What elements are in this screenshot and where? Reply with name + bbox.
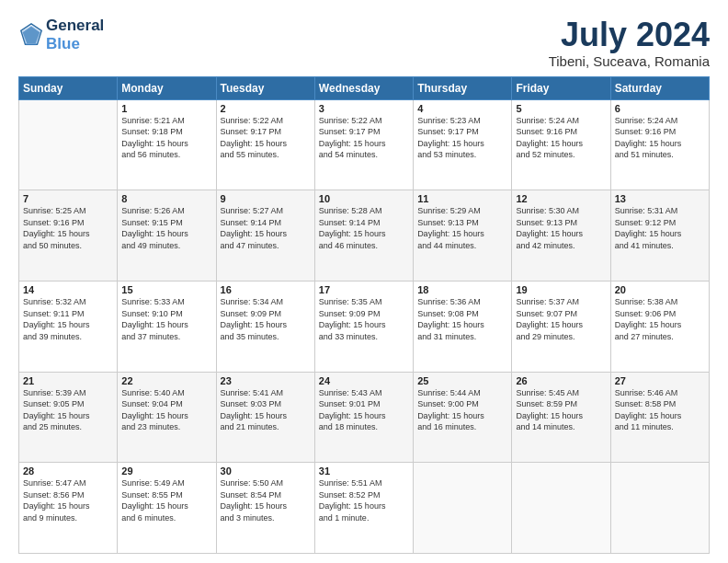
main-title: July 2024 (549, 17, 710, 53)
calendar-cell (414, 463, 512, 554)
calendar-cell: 24Sunrise: 5:43 AM Sunset: 9:01 PM Dayli… (314, 372, 413, 463)
calendar-cell: 19Sunrise: 5:37 AM Sunset: 9:07 PM Dayli… (512, 281, 610, 372)
day-number: 31 (319, 465, 409, 477)
day-number: 11 (417, 193, 507, 204)
day-info: Sunrise: 5:39 AM Sunset: 9:05 PM Dayligh… (23, 387, 113, 433)
calendar-cell: 11Sunrise: 5:29 AM Sunset: 9:13 PM Dayli… (414, 190, 512, 282)
calendar-cell: 10Sunrise: 5:28 AM Sunset: 9:14 PM Dayli… (314, 190, 413, 282)
calendar-header-sunday: Sunday (19, 76, 118, 99)
day-number: 27 (615, 375, 705, 386)
calendar-cell (19, 99, 118, 190)
day-info: Sunrise: 5:45 AM Sunset: 8:59 PM Dayligh… (516, 387, 606, 433)
day-number: 13 (615, 193, 705, 204)
day-number: 1 (121, 103, 211, 114)
day-number: 22 (121, 375, 211, 386)
day-info: Sunrise: 5:43 AM Sunset: 9:01 PM Dayligh… (319, 387, 409, 433)
day-number: 15 (121, 284, 211, 295)
calendar-cell: 12Sunrise: 5:30 AM Sunset: 9:13 PM Dayli… (512, 190, 610, 282)
calendar-cell: 31Sunrise: 5:51 AM Sunset: 8:52 PM Dayli… (314, 463, 413, 554)
day-number: 6 (615, 103, 705, 114)
calendar-week-row-5: 28Sunrise: 5:47 AM Sunset: 8:56 PM Dayli… (19, 463, 710, 554)
day-info: Sunrise: 5:31 AM Sunset: 9:12 PM Dayligh… (615, 205, 705, 251)
page: General Blue July 2024 Tibeni, Suceava, … (0, 0, 728, 563)
calendar-header-monday: Monday (118, 76, 216, 99)
calendar-week-row-4: 21Sunrise: 5:39 AM Sunset: 9:05 PM Dayli… (19, 372, 710, 463)
day-info: Sunrise: 5:32 AM Sunset: 9:11 PM Dayligh… (23, 296, 113, 342)
day-number: 30 (221, 465, 311, 477)
calendar-header-friday: Friday (512, 76, 610, 99)
calendar-cell: 3Sunrise: 5:22 AM Sunset: 9:17 PM Daylig… (314, 99, 413, 190)
day-info: Sunrise: 5:34 AM Sunset: 9:09 PM Dayligh… (221, 296, 311, 342)
header: General Blue July 2024 Tibeni, Suceava, … (18, 17, 710, 69)
day-info: Sunrise: 5:24 AM Sunset: 9:16 PM Dayligh… (516, 115, 606, 161)
calendar-cell: 4Sunrise: 5:23 AM Sunset: 9:17 PM Daylig… (414, 99, 512, 190)
calendar-cell: 20Sunrise: 5:38 AM Sunset: 9:06 PM Dayli… (610, 281, 709, 372)
day-info: Sunrise: 5:29 AM Sunset: 9:13 PM Dayligh… (417, 205, 507, 251)
calendar-cell: 1Sunrise: 5:21 AM Sunset: 9:18 PM Daylig… (118, 99, 216, 190)
day-info: Sunrise: 5:49 AM Sunset: 8:55 PM Dayligh… (121, 477, 211, 523)
calendar-cell: 25Sunrise: 5:44 AM Sunset: 9:00 PM Dayli… (414, 372, 512, 463)
calendar-cell: 6Sunrise: 5:24 AM Sunset: 9:16 PM Daylig… (610, 99, 709, 190)
day-number: 24 (319, 375, 409, 386)
calendar-header-wednesday: Wednesday (314, 76, 413, 99)
subtitle: Tibeni, Suceava, Romania (549, 53, 710, 69)
logo: General Blue (18, 17, 104, 54)
day-number: 2 (221, 103, 311, 114)
day-info: Sunrise: 5:27 AM Sunset: 9:14 PM Dayligh… (221, 205, 311, 251)
day-number: 14 (23, 284, 113, 295)
calendar-cell: 8Sunrise: 5:26 AM Sunset: 9:15 PM Daylig… (118, 190, 216, 282)
day-info: Sunrise: 5:46 AM Sunset: 8:58 PM Dayligh… (615, 387, 705, 433)
calendar-week-row-2: 7Sunrise: 5:25 AM Sunset: 9:16 PM Daylig… (19, 190, 710, 282)
day-info: Sunrise: 5:35 AM Sunset: 9:09 PM Dayligh… (319, 296, 409, 342)
day-info: Sunrise: 5:38 AM Sunset: 9:06 PM Dayligh… (615, 296, 705, 342)
calendar-cell (610, 463, 709, 554)
day-number: 20 (615, 284, 705, 295)
calendar-cell: 5Sunrise: 5:24 AM Sunset: 9:16 PM Daylig… (512, 99, 610, 190)
calendar-cell: 30Sunrise: 5:50 AM Sunset: 8:54 PM Dayli… (216, 463, 314, 554)
day-info: Sunrise: 5:25 AM Sunset: 9:16 PM Dayligh… (23, 205, 113, 251)
day-number: 25 (417, 375, 507, 386)
logo-icon (18, 22, 44, 48)
day-info: Sunrise: 5:24 AM Sunset: 9:16 PM Dayligh… (615, 115, 705, 161)
calendar-week-row-3: 14Sunrise: 5:32 AM Sunset: 9:11 PM Dayli… (19, 281, 710, 372)
day-number: 26 (516, 375, 606, 386)
calendar-cell: 7Sunrise: 5:25 AM Sunset: 9:16 PM Daylig… (19, 190, 118, 282)
day-info: Sunrise: 5:44 AM Sunset: 9:00 PM Dayligh… (417, 387, 507, 433)
calendar-cell: 17Sunrise: 5:35 AM Sunset: 9:09 PM Dayli… (314, 281, 413, 372)
day-number: 12 (516, 193, 606, 204)
calendar-cell: 9Sunrise: 5:27 AM Sunset: 9:14 PM Daylig… (216, 190, 314, 282)
day-number: 21 (23, 375, 113, 386)
calendar-cell: 22Sunrise: 5:40 AM Sunset: 9:04 PM Dayli… (118, 372, 216, 463)
calendar-cell: 18Sunrise: 5:36 AM Sunset: 9:08 PM Dayli… (414, 281, 512, 372)
day-info: Sunrise: 5:41 AM Sunset: 9:03 PM Dayligh… (221, 387, 311, 433)
calendar-header-thursday: Thursday (414, 76, 512, 99)
day-number: 8 (121, 193, 211, 204)
logo-text: General Blue (46, 17, 104, 54)
day-number: 3 (319, 103, 409, 114)
day-number: 5 (516, 103, 606, 114)
calendar-cell: 21Sunrise: 5:39 AM Sunset: 9:05 PM Dayli… (19, 372, 118, 463)
calendar-table: SundayMondayTuesdayWednesdayThursdayFrid… (18, 76, 710, 554)
day-info: Sunrise: 5:21 AM Sunset: 9:18 PM Dayligh… (121, 115, 211, 161)
day-number: 9 (221, 193, 311, 204)
day-info: Sunrise: 5:47 AM Sunset: 8:56 PM Dayligh… (23, 477, 113, 523)
title-area: July 2024 Tibeni, Suceava, Romania (549, 17, 710, 69)
calendar-cell: 13Sunrise: 5:31 AM Sunset: 9:12 PM Dayli… (610, 190, 709, 282)
calendar-cell: 28Sunrise: 5:47 AM Sunset: 8:56 PM Dayli… (19, 463, 118, 554)
day-info: Sunrise: 5:51 AM Sunset: 8:52 PM Dayligh… (319, 477, 409, 523)
calendar-header-row: SundayMondayTuesdayWednesdayThursdayFrid… (19, 76, 710, 99)
calendar-cell: 27Sunrise: 5:46 AM Sunset: 8:58 PM Dayli… (610, 372, 709, 463)
day-info: Sunrise: 5:37 AM Sunset: 9:07 PM Dayligh… (516, 296, 606, 342)
calendar-cell: 14Sunrise: 5:32 AM Sunset: 9:11 PM Dayli… (19, 281, 118, 372)
day-info: Sunrise: 5:40 AM Sunset: 9:04 PM Dayligh… (121, 387, 211, 433)
calendar-cell: 29Sunrise: 5:49 AM Sunset: 8:55 PM Dayli… (118, 463, 216, 554)
calendar-week-row-1: 1Sunrise: 5:21 AM Sunset: 9:18 PM Daylig… (19, 99, 710, 190)
day-info: Sunrise: 5:23 AM Sunset: 9:17 PM Dayligh… (417, 115, 507, 161)
day-info: Sunrise: 5:28 AM Sunset: 9:14 PM Dayligh… (319, 205, 409, 251)
calendar-cell: 16Sunrise: 5:34 AM Sunset: 9:09 PM Dayli… (216, 281, 314, 372)
day-number: 10 (319, 193, 409, 204)
calendar-cell: 23Sunrise: 5:41 AM Sunset: 9:03 PM Dayli… (216, 372, 314, 463)
calendar-cell: 26Sunrise: 5:45 AM Sunset: 8:59 PM Dayli… (512, 372, 610, 463)
calendar-cell (512, 463, 610, 554)
day-number: 19 (516, 284, 606, 295)
